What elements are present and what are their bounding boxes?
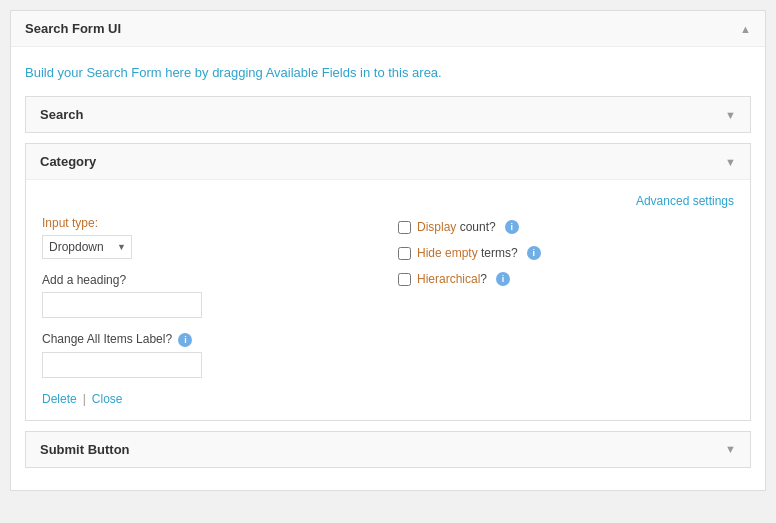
hide-empty-label: Hide empty terms?	[417, 246, 518, 260]
search-panel: Search ▼	[25, 96, 751, 133]
category-chevron-down-icon: ▼	[725, 156, 736, 168]
hierarchical-checkbox[interactable]	[398, 273, 411, 286]
display-count-checkbox[interactable]	[398, 221, 411, 234]
submit-panel-title: Submit Button	[40, 442, 130, 457]
search-form-body: Build your Search Form here by dragging …	[11, 47, 765, 490]
hierarchical-group: Hierarchical? i	[398, 272, 734, 286]
display-count-group: Display count? i	[398, 220, 734, 234]
chevron-up-icon: ▲	[740, 23, 751, 35]
change-all-items-info-icon[interactable]: i	[178, 333, 192, 347]
action-separator: |	[83, 392, 86, 406]
submit-panel: Submit Button ▼	[25, 431, 751, 468]
close-link[interactable]: Close	[92, 392, 123, 406]
intro-text: Build your Search Form here by dragging …	[25, 59, 751, 86]
hierarchical-label-black: ?	[480, 272, 487, 286]
hide-empty-label-black: terms?	[478, 246, 518, 260]
form-layout: Input type: Dropdown Checkbox Radio	[42, 216, 734, 406]
input-type-label: Input type:	[42, 216, 378, 230]
display-count-info-icon[interactable]: i	[505, 220, 519, 234]
input-type-select-wrap: Dropdown Checkbox Radio	[42, 235, 132, 259]
submit-panel-header[interactable]: Submit Button ▼	[26, 432, 750, 467]
category-panel-title: Category	[40, 154, 96, 169]
category-panel-header[interactable]: Category ▼	[26, 144, 750, 180]
add-heading-group: Add a heading?	[42, 273, 378, 318]
form-right-column: Display count? i Hide empty terms? i	[398, 216, 734, 406]
hierarchical-info-icon[interactable]: i	[496, 272, 510, 286]
change-all-label-black: Change All Items Label?	[42, 332, 172, 346]
add-heading-label: Add a heading?	[42, 273, 378, 287]
search-form-header[interactable]: Search Form UI ▲	[11, 11, 765, 47]
advanced-settings-link[interactable]: Advanced settings	[636, 194, 734, 208]
category-panel-body: Advanced settings Input type:	[26, 180, 750, 420]
input-type-label-text: Input type:	[42, 216, 98, 230]
change-all-items-group: Change All Items Label? i	[42, 332, 378, 378]
input-type-select[interactable]: Dropdown Checkbox Radio	[42, 235, 132, 259]
hide-empty-checkbox[interactable]	[398, 247, 411, 260]
search-panel-title: Search	[40, 107, 83, 122]
hide-empty-group: Hide empty terms? i	[398, 246, 734, 260]
delete-link[interactable]: Delete	[42, 392, 77, 406]
hide-empty-info-icon[interactable]: i	[527, 246, 541, 260]
search-chevron-down-icon: ▼	[725, 109, 736, 121]
category-panel: Category ▼ Advanced settings Input type	[25, 143, 751, 421]
search-form-title: Search Form UI	[25, 21, 121, 36]
hierarchical-label-orange: Hierarchical	[417, 272, 480, 286]
advanced-settings-container: Advanced settings	[42, 194, 734, 208]
input-type-group: Input type: Dropdown Checkbox Radio	[42, 216, 378, 259]
add-heading-input[interactable]	[42, 292, 202, 318]
display-count-label: Display count?	[417, 220, 496, 234]
add-heading-label-text: Add a heading?	[42, 273, 126, 287]
change-all-items-input[interactable]	[42, 352, 202, 378]
search-form-panel: Search Form UI ▲ Build your Search Form …	[10, 10, 766, 491]
page-container: Search Form UI ▲ Build your Search Form …	[0, 0, 776, 523]
display-count-label-black: count?	[456, 220, 495, 234]
submit-chevron-down-icon: ▼	[725, 443, 736, 455]
change-all-items-label: Change All Items Label? i	[42, 332, 378, 347]
hierarchical-label: Hierarchical?	[417, 272, 487, 286]
hide-empty-label-orange: Hide empty	[417, 246, 478, 260]
action-links: Delete | Close	[42, 392, 378, 406]
search-panel-header[interactable]: Search ▼	[26, 97, 750, 132]
form-left-column: Input type: Dropdown Checkbox Radio	[42, 216, 378, 406]
display-count-label-orange: Display	[417, 220, 456, 234]
